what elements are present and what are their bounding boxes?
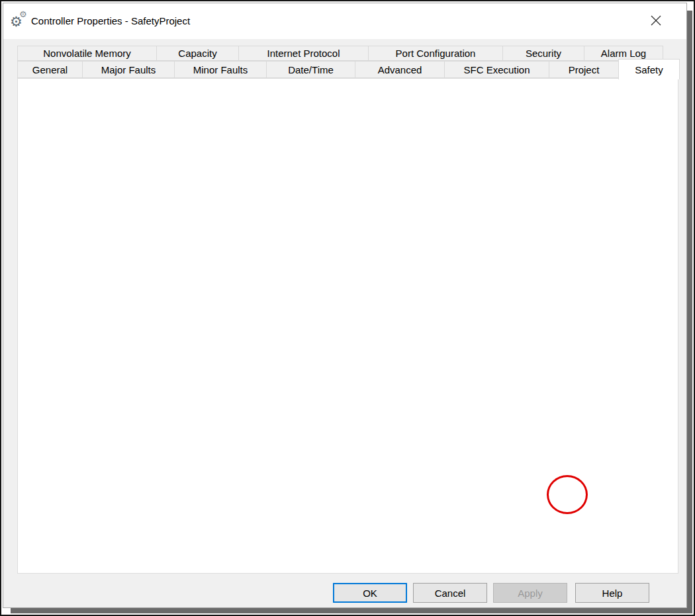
window-title: Controller Properties - SafetyProject	[31, 15, 190, 26]
tab-project[interactable]: Project	[549, 61, 619, 78]
ok-button[interactable]: OK	[333, 583, 407, 603]
tab-minor-faults[interactable]: Minor Faults	[174, 61, 267, 78]
cancel-button[interactable]: Cancel	[413, 583, 487, 603]
tab-major-faults[interactable]: Major Faults	[82, 61, 175, 78]
tab-nonvolatile-memory[interactable]: Nonvolatile Memory	[17, 46, 157, 61]
tab-capacity[interactable]: Capacity	[156, 46, 239, 61]
tab-safety[interactable]: Safety	[618, 59, 680, 79]
title-bar: ⚙ ⚙ Controller Properties - SafetyProjec…	[3, 3, 686, 39]
apply-button[interactable]: Apply	[493, 583, 567, 603]
tab-security[interactable]: Security	[502, 46, 584, 61]
tab-sfc-execution[interactable]: SFC Execution	[444, 61, 549, 78]
close-icon[interactable]	[637, 7, 674, 34]
tab-port-configuration[interactable]: Port Configuration	[368, 46, 503, 61]
controller-properties-dialog: ⚙ ⚙ Controller Properties - SafetyProjec…	[3, 3, 687, 608]
annotation-circle	[547, 475, 588, 514]
screenshot-frame: ⚙ ⚙ Controller Properties - SafetyProjec…	[0, 0, 695, 616]
tab-date-time[interactable]: Date/Time	[266, 61, 355, 78]
tab-internet-protocol[interactable]: Internet Protocol	[238, 46, 369, 61]
tab-general[interactable]: General	[17, 61, 83, 78]
gear-icon: ⚙ ⚙	[10, 9, 32, 34]
help-button[interactable]: Help	[575, 583, 649, 603]
tab-advanced[interactable]: Advanced	[355, 61, 445, 78]
